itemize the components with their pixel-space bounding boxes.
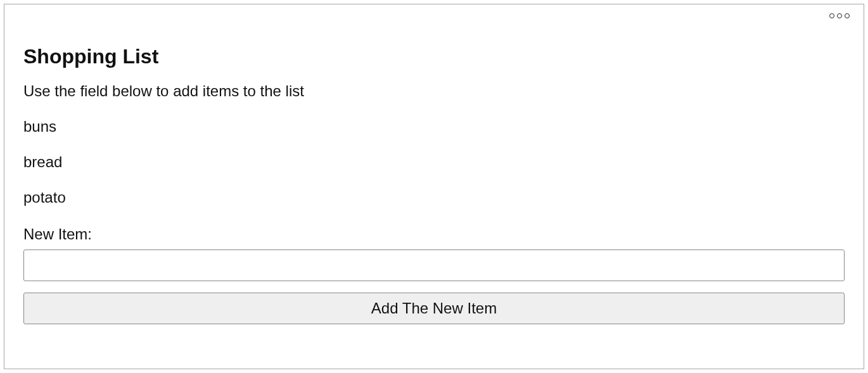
page-subtitle: Use the field below to add items to the … (23, 82, 845, 100)
page-title: Shopping List (23, 45, 845, 68)
item-list: buns bread potato (23, 118, 845, 206)
more-options-icon[interactable] (829, 13, 850, 18)
shopping-list-card: Shopping List Use the field below to add… (4, 4, 864, 369)
add-item-button[interactable]: Add The New Item (23, 293, 845, 324)
list-item: buns (23, 118, 845, 136)
list-item: potato (23, 189, 845, 206)
new-item-input[interactable] (23, 250, 845, 281)
new-item-label: New Item: (23, 225, 845, 243)
list-item: bread (23, 153, 845, 171)
